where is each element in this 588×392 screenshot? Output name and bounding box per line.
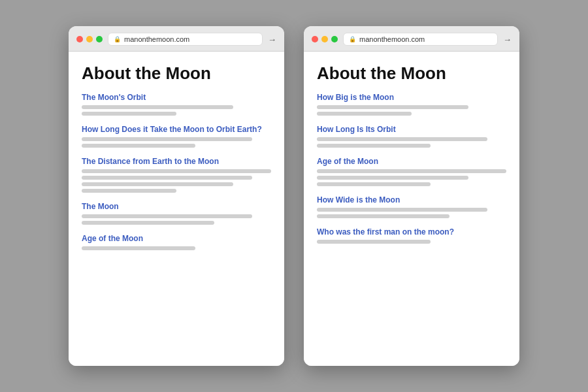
text-line	[82, 182, 233, 186]
traffic-lights-2	[312, 36, 338, 42]
url-text-1: manonthemoon.com	[124, 35, 257, 43]
section-age: Age of the Moon	[82, 234, 271, 250]
text-line	[82, 246, 195, 250]
text-line	[317, 105, 468, 109]
maximize-button-1[interactable]	[96, 36, 103, 42]
text-line	[317, 112, 412, 116]
address-bar-2[interactable]: 🔒 manonthemoon.com	[343, 33, 498, 46]
section-how-big: How Big is the Moon	[317, 93, 506, 116]
text-line	[82, 169, 271, 173]
section-how-long-orbit: How Long Does it Take the Moon to Orbit …	[82, 125, 271, 148]
url-text-2: manonthemoon.com	[359, 35, 492, 43]
browser-chrome-2: 🔒 manonthemoon.com →	[304, 26, 519, 52]
text-line	[317, 144, 431, 148]
link-age-moon[interactable]: Age of the Moon	[317, 157, 506, 166]
section-how-long-is-orbit: How Long Is Its Orbit	[317, 125, 506, 148]
minimize-button-2[interactable]	[321, 36, 328, 42]
text-line	[82, 105, 233, 109]
text-line	[317, 182, 431, 186]
close-button-2[interactable]	[312, 36, 318, 42]
text-line	[82, 144, 195, 148]
text-line	[82, 189, 176, 193]
browser-chrome-1: 🔒 manonthemoon.com →	[69, 26, 284, 52]
lock-icon-1: 🔒	[114, 36, 121, 42]
text-line	[317, 169, 506, 173]
page-title-1: About the Moon	[82, 63, 271, 84]
lock-icon-2: 🔒	[349, 36, 356, 42]
address-bar-1[interactable]: 🔒 manonthemoon.com	[108, 33, 263, 46]
text-line	[317, 214, 449, 218]
section-how-wide: How Wide is the Moon	[317, 195, 506, 218]
text-line	[317, 137, 487, 141]
text-line	[317, 208, 487, 212]
browser-window-1: 🔒 manonthemoon.com → About the Moon The …	[69, 26, 284, 366]
maximize-button-2[interactable]	[331, 36, 338, 42]
page-title-2: About the Moon	[317, 63, 506, 84]
section-distance: The Distance from Earth to the Moon	[82, 157, 271, 193]
browser-window-2: 🔒 manonthemoon.com → About the Moon How …	[304, 26, 519, 366]
nav-arrow-2[interactable]: →	[503, 35, 512, 44]
section-the-moon: The Moon	[82, 202, 271, 225]
link-moons-orbit[interactable]: The Moon's Orbit	[82, 93, 271, 102]
text-line	[82, 176, 252, 180]
text-line	[317, 240, 431, 244]
link-how-big[interactable]: How Big is the Moon	[317, 93, 506, 102]
link-age[interactable]: Age of the Moon	[82, 234, 271, 243]
text-line	[82, 221, 214, 225]
minimize-button-1[interactable]	[86, 36, 93, 42]
link-how-long-orbit[interactable]: How Long Does it Take the Moon to Orbit …	[82, 125, 271, 134]
browser-content-2: About the Moon How Big is the Moon How L…	[304, 52, 519, 366]
link-the-moon[interactable]: The Moon	[82, 202, 271, 211]
browser-content-1: About the Moon The Moon's Orbit How Long…	[69, 52, 284, 366]
section-moons-orbit: The Moon's Orbit	[82, 93, 271, 116]
traffic-lights-1	[76, 36, 103, 42]
section-first-man: Who was the first man on the moon?	[317, 227, 506, 244]
section-age-moon: Age of the Moon	[317, 157, 506, 186]
text-line	[82, 214, 252, 218]
nav-arrow-1[interactable]: →	[268, 35, 276, 44]
close-button-1[interactable]	[76, 36, 83, 42]
link-first-man[interactable]: Who was the first man on the moon?	[317, 227, 506, 237]
link-distance[interactable]: The Distance from Earth to the Moon	[82, 157, 271, 166]
text-line	[82, 137, 252, 141]
link-how-long-is-orbit[interactable]: How Long Is Its Orbit	[317, 125, 506, 134]
text-line	[317, 176, 468, 180]
link-how-wide[interactable]: How Wide is the Moon	[317, 195, 506, 204]
text-line	[82, 112, 176, 116]
